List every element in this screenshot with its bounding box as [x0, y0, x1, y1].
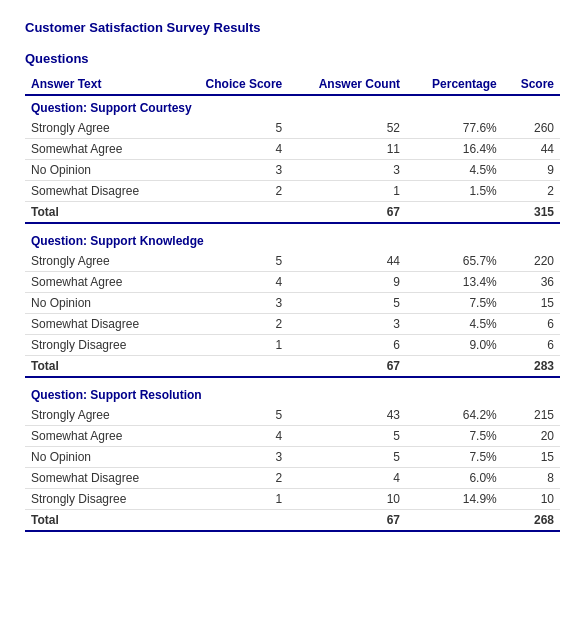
col-choice-score: Choice Score — [176, 74, 288, 95]
answer-count: 4 — [288, 468, 406, 489]
answer-text: Somewhat Disagree — [25, 314, 176, 335]
percentage: 14.9% — [406, 489, 503, 510]
choice-score: 1 — [176, 335, 288, 356]
total-label: Total — [25, 202, 176, 224]
choice-score: 3 — [176, 293, 288, 314]
total-label: Total — [25, 510, 176, 532]
answer-text: Somewhat Agree — [25, 272, 176, 293]
score: 44 — [503, 139, 560, 160]
table-row: Somewhat Agree 4 5 7.5% 20 — [25, 426, 560, 447]
table-row: No Opinion 3 5 7.5% 15 — [25, 447, 560, 468]
table-row: Strongly Agree 5 43 64.2% 215 — [25, 405, 560, 426]
table-row: Strongly Disagree 1 6 9.0% 6 — [25, 335, 560, 356]
total-choice-score — [176, 202, 288, 224]
total-answer-count: 67 — [288, 202, 406, 224]
table-row: Strongly Disagree 1 10 14.9% 10 — [25, 489, 560, 510]
answer-text: Strongly Agree — [25, 405, 176, 426]
score: 9 — [503, 160, 560, 181]
table-row: Somewhat Disagree 2 1 1.5% 2 — [25, 181, 560, 202]
choice-score: 4 — [176, 272, 288, 293]
answer-text: Somewhat Disagree — [25, 181, 176, 202]
answer-count: 3 — [288, 314, 406, 335]
page-title: Customer Satisfaction Survey Results — [25, 20, 560, 35]
percentage: 64.2% — [406, 405, 503, 426]
answer-text: Strongly Disagree — [25, 335, 176, 356]
answer-count: 5 — [288, 447, 406, 468]
question-row: Question: Support Knowledge — [25, 229, 560, 251]
results-table: Answer Text Choice Score Answer Count Pe… — [25, 74, 560, 532]
table-row: Strongly Agree 5 44 65.7% 220 — [25, 251, 560, 272]
total-percentage — [406, 356, 503, 378]
answer-count: 44 — [288, 251, 406, 272]
score: 10 — [503, 489, 560, 510]
score: 8 — [503, 468, 560, 489]
percentage: 1.5% — [406, 181, 503, 202]
choice-score: 5 — [176, 405, 288, 426]
percentage: 77.6% — [406, 118, 503, 139]
percentage: 16.4% — [406, 139, 503, 160]
answer-count: 10 — [288, 489, 406, 510]
percentage: 6.0% — [406, 468, 503, 489]
score: 260 — [503, 118, 560, 139]
choice-score: 2 — [176, 181, 288, 202]
total-percentage — [406, 510, 503, 532]
choice-score: 1 — [176, 489, 288, 510]
answer-text: Somewhat Agree — [25, 426, 176, 447]
col-score: Score — [503, 74, 560, 95]
col-percentage: Percentage — [406, 74, 503, 95]
total-row: Total 67 268 — [25, 510, 560, 532]
total-choice-score — [176, 356, 288, 378]
percentage: 7.5% — [406, 447, 503, 468]
percentage: 4.5% — [406, 160, 503, 181]
answer-count: 5 — [288, 426, 406, 447]
total-percentage — [406, 202, 503, 224]
score: 20 — [503, 426, 560, 447]
choice-score: 2 — [176, 468, 288, 489]
answer-text: Somewhat Agree — [25, 139, 176, 160]
choice-score: 5 — [176, 118, 288, 139]
score: 15 — [503, 293, 560, 314]
total-row: Total 67 315 — [25, 202, 560, 224]
score: 6 — [503, 314, 560, 335]
answer-count: 9 — [288, 272, 406, 293]
question-row: Question: Support Resolution — [25, 383, 560, 405]
table-row: Somewhat Agree 4 11 16.4% 44 — [25, 139, 560, 160]
table-row: Strongly Agree 5 52 77.6% 260 — [25, 118, 560, 139]
score: 2 — [503, 181, 560, 202]
section-title: Questions — [25, 51, 560, 66]
table-row: Somewhat Disagree 2 3 4.5% 6 — [25, 314, 560, 335]
table-row: Somewhat Disagree 2 4 6.0% 8 — [25, 468, 560, 489]
total-answer-count: 67 — [288, 510, 406, 532]
total-label: Total — [25, 356, 176, 378]
choice-score: 2 — [176, 314, 288, 335]
table-row: No Opinion 3 3 4.5% 9 — [25, 160, 560, 181]
answer-text: Somewhat Disagree — [25, 468, 176, 489]
total-score: 315 — [503, 202, 560, 224]
score: 215 — [503, 405, 560, 426]
percentage: 7.5% — [406, 293, 503, 314]
total-score: 283 — [503, 356, 560, 378]
choice-score: 5 — [176, 251, 288, 272]
answer-text: No Opinion — [25, 447, 176, 468]
choice-score: 4 — [176, 426, 288, 447]
answer-count: 3 — [288, 160, 406, 181]
table-row: No Opinion 3 5 7.5% 15 — [25, 293, 560, 314]
answer-text: Strongly Agree — [25, 118, 176, 139]
answer-count: 5 — [288, 293, 406, 314]
answer-text: Strongly Disagree — [25, 489, 176, 510]
choice-score: 4 — [176, 139, 288, 160]
answer-count: 43 — [288, 405, 406, 426]
total-score: 268 — [503, 510, 560, 532]
score: 36 — [503, 272, 560, 293]
answer-text: Strongly Agree — [25, 251, 176, 272]
total-choice-score — [176, 510, 288, 532]
answer-count: 1 — [288, 181, 406, 202]
score: 220 — [503, 251, 560, 272]
col-answer-text: Answer Text — [25, 74, 176, 95]
question-row: Question: Support Courtesy — [25, 95, 560, 118]
total-row: Total 67 283 — [25, 356, 560, 378]
percentage: 9.0% — [406, 335, 503, 356]
score: 15 — [503, 447, 560, 468]
percentage: 4.5% — [406, 314, 503, 335]
percentage: 13.4% — [406, 272, 503, 293]
